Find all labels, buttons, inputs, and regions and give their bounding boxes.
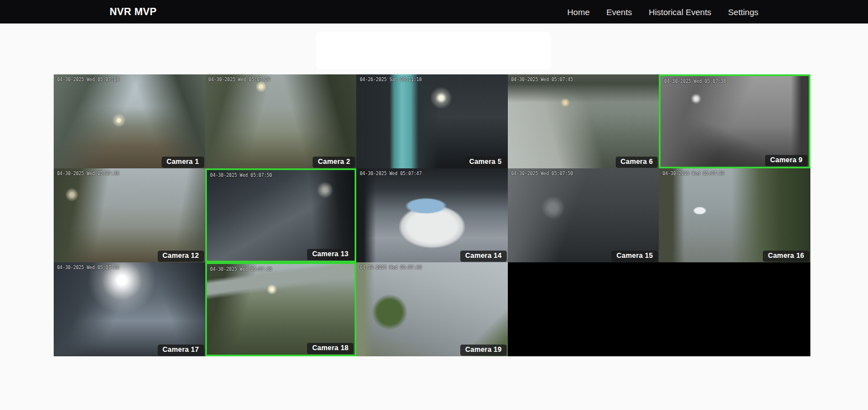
camera-timestamp: 04-30-2025 Wed 05:07:38 bbox=[662, 171, 724, 176]
camera-timestamp: 04-30-2025 Wed 05:07:47 bbox=[360, 171, 422, 176]
top-navigation-bar: NVR MVP Home Events Historical Events Se… bbox=[0, 0, 868, 23]
nav-item-events[interactable]: Events bbox=[606, 7, 632, 17]
app-title: NVR MVP bbox=[110, 6, 157, 18]
camera-timestamp: 04-30-2025 Wed 05:07:38 bbox=[210, 267, 272, 272]
nav-item-home[interactable]: Home bbox=[567, 7, 589, 17]
camera-tile-14[interactable]: 04-30-2025 Wed 05:07:47 Camera 14 bbox=[356, 168, 508, 262]
nav-item-historical-events[interactable]: Historical Events bbox=[649, 7, 711, 17]
topbar-container: NVR MVP Home Events Historical Events Se… bbox=[110, 6, 758, 18]
camera-label: Camera 13 bbox=[307, 249, 353, 260]
camera-label: Camera 17 bbox=[158, 345, 204, 356]
camera-timestamp: 04-30-2025 Wed 05:07:50 bbox=[210, 173, 272, 178]
camera-label: Camera 14 bbox=[460, 251, 507, 262]
camera-timestamp: 04-30-2025 Wed 05:07:50 bbox=[511, 171, 573, 176]
camera-tile-5[interactable]: 04-26-2025 Sat 09:11:18 Camera 5 bbox=[356, 74, 508, 168]
camera-timestamp: 04-30-2025 Wed 05:07:38 bbox=[664, 79, 726, 84]
nav-item-settings[interactable]: Settings bbox=[728, 7, 758, 17]
camera-label: Camera 6 bbox=[616, 157, 658, 168]
camera-timestamp: 04-30-2025 Wed 05:07:45 bbox=[511, 77, 573, 82]
camera-timestamp: 04-30-2025 Wed 05:07:08 bbox=[57, 77, 119, 82]
camera-label: Camera 19 bbox=[460, 345, 507, 356]
camera-label: Camera 15 bbox=[611, 251, 658, 262]
camera-label: Camera 5 bbox=[464, 157, 507, 168]
camera-label: Camera 2 bbox=[313, 157, 355, 168]
camera-label: Camera 16 bbox=[763, 251, 809, 262]
camera-grid: 04-30-2025 Wed 05:07:08 Camera 1 04-30-2… bbox=[54, 74, 810, 356]
camera-timestamp: 04-26-2025 Sat 09:11:18 bbox=[360, 77, 422, 82]
main-nav: Home Events Historical Events Settings bbox=[567, 7, 758, 17]
camera-timestamp: 04-30-2025 Wed 05:07:08 bbox=[57, 265, 119, 270]
camera-label: Camera 18 bbox=[307, 343, 353, 354]
camera-tile-17[interactable]: 04-30-2025 Wed 05:07:08 Camera 17 bbox=[54, 262, 205, 356]
camera-tile-6[interactable]: 04-30-2025 Wed 05:07:45 Camera 6 bbox=[508, 74, 659, 168]
camera-tile-19[interactable]: 04-30-2025 Wed 05:07:38 Camera 19 bbox=[356, 262, 508, 356]
content-panel bbox=[316, 32, 551, 69]
camera-label: Camera 9 bbox=[765, 155, 808, 166]
camera-tile-18-motion-highlighted[interactable]: 04-30-2025 Wed 05:07:38 Camera 18 bbox=[205, 262, 357, 356]
camera-tile-15[interactable]: 04-30-2025 Wed 05:07:50 Camera 15 bbox=[508, 168, 659, 262]
camera-tile-9-motion-highlighted[interactable]: 04-30-2025 Wed 05:07:38 Camera 9 bbox=[659, 74, 810, 168]
camera-tile-16[interactable]: 04-30-2025 Wed 05:07:38 Camera 16 bbox=[659, 168, 810, 262]
camera-timestamp: 04-30-2025 Wed 05:07:38 bbox=[360, 265, 422, 270]
empty-camera-slot bbox=[508, 262, 810, 356]
camera-tile-13-motion-highlighted[interactable]: 04-30-2025 Wed 05:07:50 Camera 13 bbox=[205, 168, 357, 262]
camera-tile-12[interactable]: 04-30-2025 Wed 05:07:38 Camera 12 bbox=[54, 168, 205, 262]
camera-label: Camera 1 bbox=[162, 157, 204, 168]
camera-tile-2[interactable]: 04-30-2025 Wed 05:07:50 Camera 2 bbox=[205, 74, 357, 168]
camera-tile-1[interactable]: 04-30-2025 Wed 05:07:08 Camera 1 bbox=[54, 74, 205, 168]
camera-label: Camera 12 bbox=[158, 251, 204, 262]
camera-timestamp: 04-30-2025 Wed 05:07:38 bbox=[57, 171, 119, 176]
live-view-page: 04-30-2025 Wed 05:07:08 Camera 1 04-30-2… bbox=[0, 23, 868, 410]
camera-timestamp: 04-30-2025 Wed 05:07:50 bbox=[209, 77, 271, 82]
